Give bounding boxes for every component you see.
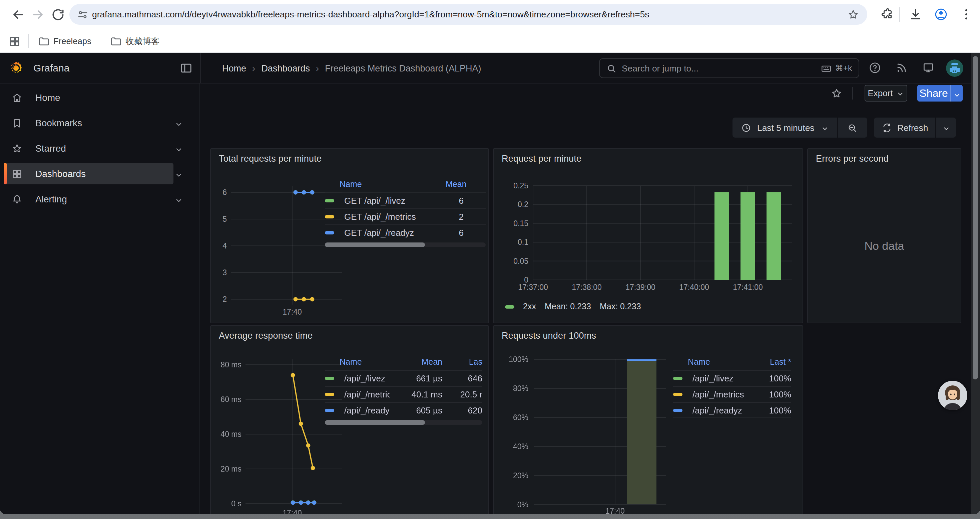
url-text[interactable]: grafana.mathmast.com/d/deytv4rwavabkb/fr… <box>92 4 853 25</box>
bell-icon <box>11 193 23 205</box>
scrollbar-thumb[interactable] <box>973 56 978 379</box>
chevron-down-icon[interactable] <box>175 144 183 152</box>
series-name[interactable]: /api/_/livez <box>688 374 754 383</box>
share-menu-chevron[interactable] <box>950 85 963 102</box>
sidebar-item-home[interactable]: Home <box>4 87 173 108</box>
panel-title[interactable]: Average response time <box>219 331 313 341</box>
chevron-down-icon[interactable] <box>942 124 950 131</box>
table-row[interactable]: /api/_/livez 100% <box>673 370 791 386</box>
table-row[interactable]: /api/_/readyz 100% <box>673 402 791 418</box>
col-header-name[interactable]: Name <box>340 357 390 367</box>
axis-tick-label: 80% <box>513 384 528 393</box>
sidebar-item-bookmarks[interactable]: Bookmarks <box>4 112 173 134</box>
zoom-out-icon[interactable] <box>848 123 858 133</box>
brand-name[interactable]: Grafana <box>33 53 69 83</box>
series-last: 646 <box>442 374 482 383</box>
help-icon[interactable] <box>869 61 881 74</box>
bookmark-folder-label[interactable]: Freeleaps <box>53 29 91 53</box>
series-name[interactable]: /api/_/metrics <box>688 390 754 399</box>
series-name[interactable]: GET /api/_/metrics <box>340 212 445 222</box>
series-name[interactable]: /api/_/readyz <box>340 406 390 415</box>
forward-icon[interactable] <box>31 7 45 22</box>
series-name[interactable]: /api/_/readyz <box>688 405 754 415</box>
table-scrollbar[interactable] <box>325 243 486 247</box>
time-range-label[interactable]: Last 5 minutes <box>757 123 815 133</box>
search-input[interactable] <box>622 63 821 73</box>
table-row[interactable]: GET /api/_/readyz 6 <box>325 224 486 241</box>
url-bar[interactable]: grafana.mathmast.com/d/deytv4rwavabkb/fr… <box>69 4 867 25</box>
chevron-down-icon <box>897 89 904 97</box>
export-button[interactable]: Export <box>865 85 907 102</box>
bookmarks-divider <box>28 34 29 48</box>
panel-title[interactable]: Request per minute <box>502 153 581 164</box>
axis-tick-label: 80 ms <box>221 360 242 369</box>
series-mean: 6 <box>445 228 486 238</box>
axis-tick-label: 17:40:00 <box>679 283 709 292</box>
breadcrumb-dashboards[interactable]: Dashboards <box>261 63 310 73</box>
col-header-last[interactable]: Las <box>442 357 482 367</box>
breadcrumb-home[interactable]: Home <box>222 63 246 73</box>
keyboard-icon <box>821 62 832 74</box>
page-scrollbar[interactable] <box>970 53 980 514</box>
panel-title[interactable]: Requests under 100ms <box>502 331 596 341</box>
panel-title[interactable]: Errors per second <box>816 153 889 164</box>
table-row[interactable]: /api/_/readyz 605 µs 620 <box>325 402 482 418</box>
series-name[interactable]: GET /api/_/livez <box>340 196 445 206</box>
search-box[interactable]: ⌘+k <box>599 58 859 78</box>
data-point <box>302 190 306 195</box>
axis-tick-label: 17:40 <box>283 509 302 514</box>
col-header-last[interactable]: Last * <box>754 357 791 367</box>
site-settings-icon[interactable] <box>77 8 89 21</box>
chevron-down-icon[interactable] <box>175 195 183 203</box>
chevron-down-icon[interactable] <box>175 119 183 127</box>
sidebar-item-alerting[interactable]: Alerting <box>4 188 173 210</box>
folder-icon[interactable] <box>38 35 50 47</box>
table-row[interactable]: /api/_/metrics 100% <box>673 386 791 402</box>
table-row[interactable]: /api/_/metrics 40.1 ms 20.5 r <box>325 386 482 402</box>
share-label[interactable]: Share <box>917 85 950 102</box>
table-scrollbar[interactable] <box>325 420 482 425</box>
col-header-mean[interactable]: Mean <box>445 180 486 189</box>
sidebar-item-starred[interactable]: Starred <box>4 137 173 159</box>
bookmark-star-icon[interactable] <box>847 8 859 21</box>
share-button[interactable]: Share <box>917 85 963 102</box>
chevron-down-icon[interactable] <box>821 124 829 131</box>
bookmark-folder-label[interactable]: 收藏博客 <box>126 29 159 53</box>
extensions-icon[interactable] <box>881 7 895 21</box>
floating-assistant-avatar[interactable] <box>938 381 967 410</box>
reload-icon[interactable] <box>51 7 65 22</box>
panel-title[interactable]: Total requests per minute <box>219 153 321 164</box>
apps-grid-icon[interactable] <box>9 35 21 47</box>
series-last: 100% <box>754 390 791 399</box>
col-header-name[interactable]: Name <box>688 357 754 367</box>
profile-icon[interactable] <box>934 7 948 21</box>
bookmark-icon <box>11 117 23 129</box>
axis-tick-label: 6 <box>223 188 227 197</box>
download-icon[interactable] <box>908 7 923 21</box>
col-header-mean[interactable]: Mean <box>390 357 442 367</box>
series-name[interactable]: /api/_/livez <box>340 374 390 383</box>
breadcrumb: Home › Dashboards › Freeleaps Metrics Da… <box>222 53 481 83</box>
col-header-name[interactable]: Name <box>340 180 445 189</box>
refresh-controls: Refresh <box>874 118 956 137</box>
back-icon[interactable] <box>11 7 25 22</box>
favorite-star-icon[interactable] <box>830 88 843 99</box>
refresh-icon <box>882 123 892 133</box>
chevron-down-icon[interactable] <box>175 170 183 178</box>
series-name[interactable]: /api/_/metrics <box>340 390 390 399</box>
table-row[interactable]: /api/_/livez 661 µs 646 <box>325 370 482 386</box>
monitor-kiosk-icon[interactable] <box>922 61 935 74</box>
grafana-logo[interactable] <box>9 61 23 75</box>
news-rss-icon[interactable] <box>895 61 908 74</box>
sidebar-toggle-icon[interactable] <box>180 61 193 75</box>
table-row[interactable]: GET /api/_/livez 6 <box>325 192 486 208</box>
folder-icon[interactable] <box>110 35 122 47</box>
table-row[interactable]: GET /api/_/metrics 2 <box>325 208 486 224</box>
legend-series[interactable]: 2xx <box>523 302 536 311</box>
sidebar-item-dashboards[interactable]: Dashboards <box>4 163 173 184</box>
series-name[interactable]: GET /api/_/readyz <box>340 228 445 238</box>
browser-menu-icon[interactable] <box>959 7 973 21</box>
legend-table: NameMean GET /api/_/livez 6 GET /api/_/m… <box>325 176 486 247</box>
user-avatar[interactable] <box>946 59 963 77</box>
refresh-label[interactable]: Refresh <box>897 123 928 133</box>
